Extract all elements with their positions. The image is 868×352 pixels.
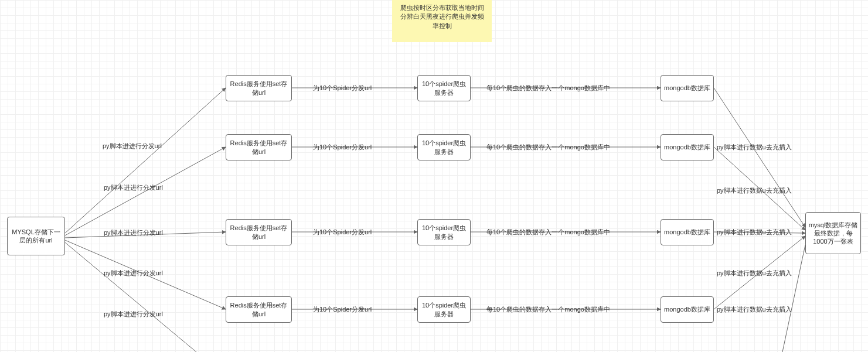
node-label: mongodb数据库 (664, 228, 710, 236)
node-mysql-sink[interactable]: mysql数据库存储最终数据，每1000万一张表 (805, 212, 861, 254)
svg-line-4 (65, 242, 196, 352)
node-label: Redis服务使用set存储url (229, 80, 289, 97)
node-mongo-2[interactable]: mongodb数据库 (661, 134, 714, 160)
node-label: mysql数据库存储最终数据，每1000万一张表 (808, 221, 858, 246)
edge-label-src-redis-2: py脚本进进行分发url (104, 183, 163, 192)
node-mysql-source[interactable]: MYSQL存储下一层的所有url (7, 217, 65, 255)
node-mongo-3[interactable]: mongodb数据库 (661, 219, 714, 245)
node-spider-1[interactable]: 10个spider爬虫服务器 (417, 75, 471, 101)
edge-label-redis-spider-1: 为10个Spider分发url (313, 84, 372, 93)
node-label: 10个spider爬虫服务器 (420, 301, 468, 318)
svg-line-13 (714, 88, 805, 227)
edge-label-spider-mongo-4: 每10个爬虫的数据存入一个mongo数据库中 (486, 305, 610, 314)
edge-label-mongo-sink-3: py脚本进行数据u去充插入 (717, 228, 792, 237)
node-redis-2[interactable]: Redis服务使用set存储url (226, 134, 292, 160)
note-text: 爬虫按时区分布获取当地时间分辨白天黑夜进行爬虫并发频率控制 (400, 4, 484, 29)
edge-label-src-redis-3: py脚本进进行分发url (104, 228, 163, 237)
edge-label-spider-mongo-3: 每10个爬虫的数据存入一个mongo数据库中 (486, 228, 610, 237)
svg-line-17 (782, 245, 805, 352)
node-mongo-1[interactable]: mongodb数据库 (661, 75, 714, 101)
node-redis-4[interactable]: Redis服务使用set存储url (226, 296, 292, 323)
node-redis-3[interactable]: Redis服务使用set存储url (226, 219, 292, 245)
edge-label-mongo-sink-1: py脚本进行数据u去充插入 (717, 143, 792, 152)
node-label: mongodb数据库 (664, 305, 710, 313)
node-label: mongodb数据库 (664, 143, 710, 151)
diagram-canvas[interactable]: 爬虫按时区分布获取当地时间分辨白天黑夜进行爬虫并发频率控制 MYS (0, 0, 868, 352)
svg-line-0 (65, 88, 226, 233)
edge-label-src-redis-5: py脚本进进行分发url (104, 310, 163, 319)
edge-label-spider-mongo-2: 每10个爬虫的数据存入一个mongo数据库中 (486, 143, 610, 152)
edge-label-redis-spider-2: 为10个Spider分发url (313, 143, 372, 152)
node-label: Redis服务使用set存储url (229, 224, 289, 241)
node-label: 10个spider爬虫服务器 (420, 139, 468, 156)
node-label: 10个spider爬虫服务器 (420, 224, 468, 241)
edge-label-mongo-sink-2: py脚本进行数据u去充插入 (717, 186, 792, 195)
node-label: Redis服务使用set存储url (229, 139, 289, 156)
edge-label-src-redis-1: py脚本进进行分发url (103, 142, 162, 151)
edge-label-src-redis-4: py脚本进进行分发url (104, 269, 163, 278)
edge-label-redis-spider-3: 为10个Spider分发url (313, 228, 372, 237)
node-mongo-4[interactable]: mongodb数据库 (661, 296, 714, 323)
note-crawler-timezone: 爬虫按时区分布获取当地时间分辨白天黑夜进行爬虫并发频率控制 (392, 0, 492, 42)
edge-label-redis-spider-4: 为10个Spider分发url (313, 305, 372, 314)
node-spider-4[interactable]: 10个spider爬虫服务器 (417, 296, 471, 323)
node-redis-1[interactable]: Redis服务使用set存储url (226, 75, 292, 101)
node-label: mongodb数据库 (664, 84, 710, 92)
node-spider-2[interactable]: 10个spider爬虫服务器 (417, 134, 471, 160)
edge-label-spider-mongo-1: 每10个爬虫的数据存入一个mongo数据库中 (486, 84, 610, 93)
edge-label-mongo-sink-4: py脚本进行数据u去充插入 (717, 269, 792, 278)
node-label: Redis服务使用set存储url (229, 301, 289, 318)
node-label: MYSQL存储下一层的所有url (10, 228, 62, 245)
node-spider-3[interactable]: 10个spider爬虫服务器 (417, 219, 471, 245)
node-label: 10个spider爬虫服务器 (420, 80, 468, 97)
edge-label-mongo-sink-5: py脚本进行数据u去充插入 (717, 305, 792, 314)
